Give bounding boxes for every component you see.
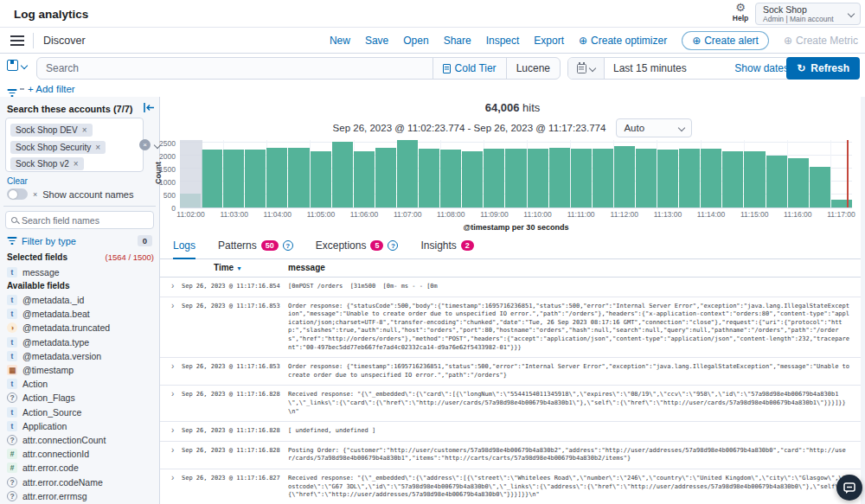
field-item[interactable]: #attr.error.code <box>7 461 110 475</box>
field-item[interactable]: ▦@timestamp <box>7 363 110 377</box>
field-item[interactable]: ?Action_Flags <box>7 391 110 405</box>
expand-row-icon[interactable]: › <box>171 361 174 371</box>
histogram-bar[interactable] <box>484 149 504 207</box>
histogram-bar[interactable] <box>614 146 635 207</box>
nav-link-new[interactable]: New <box>330 35 350 47</box>
nav-link-save[interactable]: Save <box>365 35 388 47</box>
tab-count-badge: 5 <box>370 240 383 251</box>
remove-tag-icon[interactable]: × <box>82 125 87 135</box>
histogram-bar[interactable] <box>528 149 548 207</box>
help-question-icon[interactable]: ? <box>388 240 398 251</box>
expand-row-icon[interactable]: › <box>171 445 174 455</box>
histogram-bar[interactable] <box>788 158 809 207</box>
x-tick-label: 11:03:00 <box>220 210 247 219</box>
account-tag[interactable]: Sock Shop v2× <box>10 157 84 170</box>
expand-row-icon[interactable]: › <box>171 425 174 435</box>
account-tag[interactable]: Sock Shop Security× <box>10 141 106 154</box>
help-question-icon[interactable]: ? <box>283 240 293 251</box>
chat-widget-button[interactable] <box>836 475 862 501</box>
clear-link[interactable]: Clear <box>7 176 28 186</box>
account-selector[interactable]: Sock Shop Admin | Main account <box>755 3 861 25</box>
table-row: ›Sep 26, 2023 @ 11:17:16.828Posting Orde… <box>160 442 865 469</box>
field-search-input[interactable] <box>22 215 134 226</box>
expand-row-icon[interactable]: › <box>171 389 174 399</box>
histogram-bar[interactable] <box>722 151 743 207</box>
create-alert-button[interactable]: ⊕ Create alert <box>682 31 769 50</box>
tab-insights[interactable]: Insights2 <box>420 239 473 259</box>
add-filter-button[interactable]: + Add filter <box>28 84 75 94</box>
histogram[interactable] <box>180 140 852 207</box>
time-column-header[interactable]: Time ▼ <box>214 263 242 272</box>
expand-row-icon[interactable]: › <box>171 281 174 290</box>
remove-tag-icon[interactable]: × <box>95 143 100 152</box>
field-item[interactable]: tAction_Source <box>7 405 110 419</box>
histogram-bar[interactable] <box>810 167 830 207</box>
field-item[interactable]: t@metadata._id <box>7 293 110 307</box>
cold-tier-button[interactable]: Cold Tier <box>432 58 506 79</box>
refresh-button[interactable]: ↻ Refresh <box>786 57 860 80</box>
tab-exceptions[interactable]: Exceptions5? <box>316 239 399 259</box>
histogram-bar[interactable] <box>549 148 570 207</box>
histogram-bar[interactable] <box>505 149 526 207</box>
field-item[interactable]: tApplication <box>7 419 110 433</box>
field-item[interactable]: tAction <box>7 377 110 391</box>
field-item[interactable]: tmessage <box>7 265 60 279</box>
accounts-filter-box[interactable]: Sock Shop DEV×Sock Shop Security×Sock Sh… <box>5 118 144 172</box>
histogram-bar[interactable] <box>679 149 700 207</box>
calendar-menu-button[interactable] <box>568 58 605 79</box>
interval-select[interactable]: Auto <box>616 118 692 137</box>
histogram-bar[interactable] <box>202 150 222 207</box>
nav-link-share[interactable]: Share <box>444 35 471 47</box>
tab-logs[interactable]: Logs <box>173 239 195 259</box>
histogram-bar[interactable] <box>288 148 309 207</box>
histogram-bar[interactable] <box>266 148 287 207</box>
field-item[interactable]: t@metadata.type <box>7 335 110 349</box>
expand-row-icon[interactable]: › <box>171 473 174 482</box>
histogram-bar[interactable] <box>657 150 678 207</box>
histogram-bar[interactable] <box>311 151 331 207</box>
histogram-bar[interactable] <box>332 142 353 207</box>
query-language-button[interactable]: Lucene <box>506 58 560 79</box>
histogram-bar[interactable] <box>419 149 439 207</box>
histogram-bar[interactable] <box>245 150 266 207</box>
field-item[interactable]: t@metadata.version <box>7 349 110 363</box>
field-item[interactable]: #attr.connectionId <box>7 447 110 461</box>
field-item[interactable]: ◑@metadata.truncated <box>7 321 110 335</box>
collapse-sidebar-icon[interactable] <box>144 103 155 112</box>
histogram-bar[interactable] <box>701 149 721 207</box>
clear-accounts-icon[interactable]: × <box>139 139 151 150</box>
help-menu[interactable]: ⚙ Help <box>729 2 752 22</box>
histogram-bar[interactable] <box>462 151 483 207</box>
field-item[interactable]: ?attr.error.codeName <box>7 475 110 488</box>
field-item[interactable]: ?attr.connectionCount <box>7 433 110 447</box>
create-optimizer-button[interactable]: ⊕ Create optimizer <box>579 35 667 47</box>
histogram-bar[interactable] <box>354 151 375 207</box>
show-account-names-toggle[interactable]: × Show account names <box>7 188 133 200</box>
search-input[interactable] <box>37 58 432 79</box>
menu-icon[interactable] <box>10 35 24 46</box>
time-range-button[interactable]: Last 15 minutes <box>605 62 734 74</box>
remove-tag-icon[interactable]: × <box>74 159 79 169</box>
histogram-bar[interactable] <box>375 148 396 207</box>
nav-link-export[interactable]: Export <box>534 35 564 47</box>
saved-queries-button[interactable] <box>7 60 27 71</box>
histogram-bar[interactable] <box>831 200 852 207</box>
histogram-bar[interactable] <box>440 150 461 207</box>
account-tag[interactable]: Sock Shop DEV× <box>10 124 93 137</box>
field-item[interactable]: t@metadata.beat <box>7 307 110 321</box>
histogram-bar[interactable] <box>593 149 613 207</box>
nav-link-inspect[interactable]: Inspect <box>486 35 520 47</box>
expand-row-icon[interactable]: › <box>171 301 174 310</box>
filter-by-type-button[interactable]: Filter by type 0 <box>7 235 152 246</box>
scrollbar[interactable] <box>861 97 865 504</box>
field-item[interactable]: ?attr.error.errmsg <box>7 489 110 503</box>
nav-link-open[interactable]: Open <box>403 35 428 47</box>
histogram-bar[interactable] <box>571 149 592 207</box>
toggle-switch[interactable] <box>7 188 28 200</box>
tab-patterns[interactable]: Patterns50? <box>218 239 293 259</box>
histogram-bar[interactable] <box>636 149 657 207</box>
histogram-bar[interactable] <box>397 140 418 207</box>
histogram-bar[interactable] <box>223 150 244 207</box>
histogram-bar[interactable] <box>744 151 765 207</box>
histogram-bar[interactable] <box>766 156 787 207</box>
